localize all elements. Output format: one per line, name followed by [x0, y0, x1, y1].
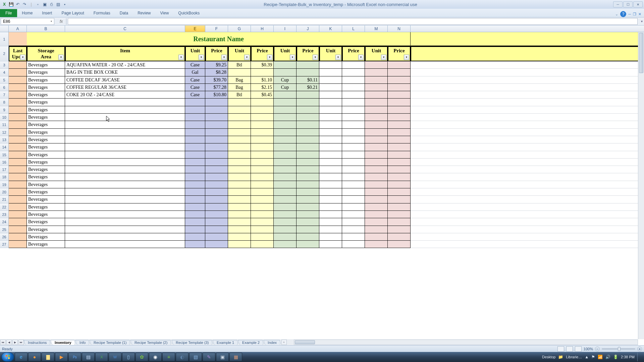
cell-N7[interactable] — [388, 91, 411, 99]
cell-rest-26[interactable] — [411, 233, 638, 241]
cell-E24[interactable] — [185, 218, 205, 226]
cell-J5[interactable]: $0.11 — [297, 76, 319, 84]
rowhdr-1[interactable]: 1 — [0, 32, 9, 46]
taskbar-app6-icon[interactable]: ✿ — [136, 353, 148, 361]
rowhdr-14[interactable]: 14 — [0, 143, 9, 151]
cell-L16[interactable] — [342, 159, 365, 166]
start-button[interactable] — [1, 352, 14, 362]
cell-G15[interactable] — [228, 151, 251, 159]
cell-C13[interactable] — [65, 136, 185, 143]
cell-C10[interactable] — [65, 114, 185, 121]
tray-libraries-icon[interactable]: 📁 — [558, 355, 563, 359]
open-icon[interactable]: ▣ — [42, 1, 48, 7]
cell-A26[interactable] — [9, 233, 27, 241]
cell-C26[interactable] — [65, 233, 185, 241]
cell-rest-6[interactable] — [411, 84, 638, 91]
undo-icon[interactable]: ↶ — [15, 1, 21, 7]
cell-G21[interactable] — [228, 196, 251, 203]
cell-M5[interactable] — [365, 76, 388, 84]
cell-B7[interactable]: Beverages — [27, 91, 65, 99]
sheet-tab-inventory[interactable]: Inventory — [51, 340, 76, 345]
cell-N22[interactable] — [388, 203, 411, 211]
cell-L5[interactable] — [342, 76, 365, 84]
cell-I24[interactable] — [274, 218, 297, 226]
filter-M-button[interactable]: ▾ — [381, 55, 386, 60]
cell-B16[interactable]: Beverages — [27, 159, 65, 166]
tray-network-icon[interactable]: 📶 — [598, 355, 603, 359]
cell-F6[interactable]: $77.28 — [205, 84, 228, 91]
cell-E19[interactable] — [185, 181, 205, 188]
cell-F8[interactable] — [205, 99, 228, 106]
select-all-corner[interactable] — [0, 25, 9, 32]
cell-N15[interactable] — [388, 151, 411, 159]
cell-M20[interactable] — [365, 188, 388, 196]
taskbar-photoshop-icon[interactable]: Ps — [68, 353, 81, 361]
cell-M19[interactable] — [365, 181, 388, 188]
cell-rest-3[interactable] — [411, 61, 638, 69]
cell-I19[interactable] — [274, 181, 297, 188]
cell-J15[interactable] — [297, 151, 319, 159]
cell-N12[interactable] — [388, 129, 411, 136]
cell-N11[interactable] — [388, 121, 411, 128]
cell-N27[interactable] — [388, 241, 411, 248]
cell-A14[interactable] — [9, 143, 27, 151]
cell-N13[interactable] — [388, 136, 411, 143]
cell-N14[interactable] — [388, 143, 411, 151]
cell-J11[interactable] — [297, 121, 319, 128]
cell-G10[interactable] — [228, 114, 251, 121]
colhdr-rest[interactable] — [411, 25, 644, 32]
cell-F13[interactable] — [205, 136, 228, 143]
cell-B18[interactable]: Beverages — [27, 173, 65, 181]
cell-M9[interactable] — [365, 106, 388, 114]
cell-J19[interactable] — [297, 181, 319, 188]
cell-I21[interactable] — [274, 196, 297, 203]
cell-L23[interactable] — [342, 211, 365, 218]
cell-L25[interactable] — [342, 226, 365, 233]
cell-N20[interactable] — [388, 188, 411, 196]
cell-A23[interactable] — [9, 211, 27, 218]
cell-H26[interactable] — [251, 233, 274, 241]
cell-J17[interactable] — [297, 166, 319, 173]
cell-K4[interactable] — [319, 69, 342, 76]
tray-libraries-label[interactable]: Librarie… — [566, 355, 582, 359]
cell-C20[interactable] — [65, 188, 185, 196]
cell-A20[interactable] — [9, 188, 27, 196]
colhdr-E[interactable]: E — [185, 25, 205, 32]
cell-H17[interactable] — [251, 166, 274, 173]
cell-L26[interactable] — [342, 233, 365, 241]
cell-H8[interactable] — [251, 99, 274, 106]
rowhdr-5[interactable]: 5 — [0, 76, 9, 84]
cell-L18[interactable] — [342, 173, 365, 181]
cell-K21[interactable] — [319, 196, 342, 203]
cell-N19[interactable] — [388, 181, 411, 188]
cell-L10[interactable] — [342, 114, 365, 121]
cell-I26[interactable] — [274, 233, 297, 241]
cell-J21[interactable] — [297, 196, 319, 203]
colhdr-G[interactable]: G — [228, 25, 251, 32]
header-I[interactable]: Unit▾ — [274, 46, 297, 61]
filter-J-button[interactable]: ▾ — [313, 55, 318, 60]
hscroll-thumb[interactable] — [295, 340, 315, 344]
cell-I11[interactable] — [274, 121, 297, 128]
cell-H13[interactable] — [251, 136, 274, 143]
zoom-slider-knob[interactable] — [618, 347, 621, 351]
cell-L21[interactable] — [342, 196, 365, 203]
sheet-nav-last[interactable]: ⏭ — [18, 340, 24, 345]
cell-G26[interactable] — [228, 233, 251, 241]
cell-C18[interactable] — [65, 173, 185, 181]
cell-C8[interactable] — [65, 99, 185, 106]
cell-L20[interactable] — [342, 188, 365, 196]
grid-body[interactable]: 1Restaurant Name2LastUpda▾StorageArea▾It… — [0, 32, 638, 339]
cell-H16[interactable] — [251, 159, 274, 166]
cell-E21[interactable] — [185, 196, 205, 203]
zoom-out-button[interactable]: − — [595, 347, 600, 351]
cell-K22[interactable] — [319, 203, 342, 211]
cell-rest-25[interactable] — [411, 226, 638, 233]
cell-G27[interactable] — [228, 241, 251, 248]
cell-rest-13[interactable] — [411, 136, 638, 143]
colhdr-I[interactable]: I — [274, 25, 297, 32]
cell-A5[interactable] — [9, 76, 27, 84]
rowhdr-26[interactable]: 26 — [0, 233, 9, 241]
taskbar-app9-icon[interactable]: ▧ — [189, 353, 202, 361]
ribbon-tab-data[interactable]: Data — [115, 9, 133, 17]
